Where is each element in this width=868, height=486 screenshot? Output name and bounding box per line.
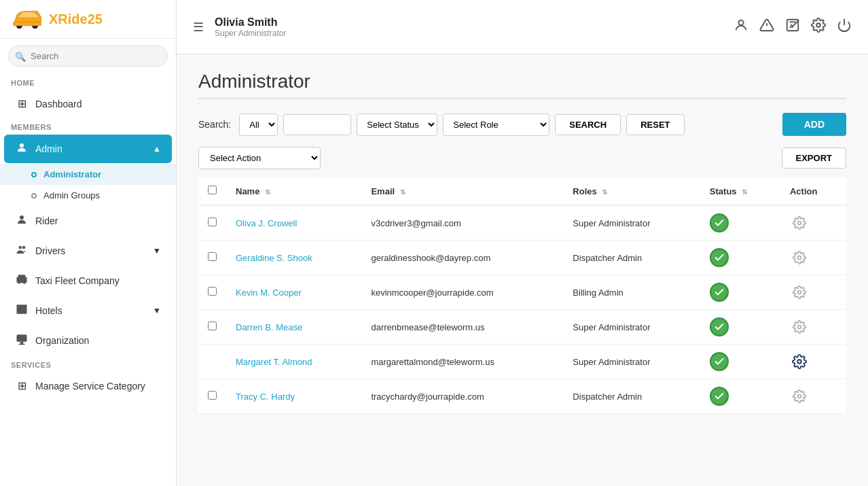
row-action xyxy=(780,241,846,275)
sidebar-search-input[interactable] xyxy=(8,46,168,67)
sidebar-item-hotels[interactable]: Hotels ▼ xyxy=(4,296,172,325)
col-name: Name ⇅ xyxy=(226,177,361,205)
sidebar-item-drivers[interactable]: Drivers ▼ xyxy=(4,237,172,265)
administrator-dot xyxy=(31,172,37,177)
row-status xyxy=(700,205,780,241)
sidebar-item-organization[interactable]: Organization xyxy=(4,326,172,355)
checklist-icon[interactable] xyxy=(785,18,800,36)
row-checkbox[interactable] xyxy=(208,252,217,261)
table-row: Darren B. Measedarrenbmease@teleworm.usS… xyxy=(198,310,846,345)
row-name: Geraldine S. Shook xyxy=(226,241,361,275)
sidebar-item-admin-groups[interactable]: Admin Groups xyxy=(0,185,176,206)
page-content: Administrator Search: All Select Status … xyxy=(177,54,868,486)
svg-point-7 xyxy=(22,246,26,249)
search-text-input[interactable] xyxy=(283,114,351,135)
sidebar-item-dashboard[interactable]: ⊞ Dashboard xyxy=(4,90,172,117)
name-sort-icon[interactable]: ⇅ xyxy=(265,188,270,196)
sidebar-item-manage-service[interactable]: ⊞ Manage Service Category xyxy=(4,372,172,399)
status-icon xyxy=(710,213,729,232)
row-checkbox[interactable] xyxy=(208,391,217,400)
rider-label: Rider xyxy=(35,215,58,226)
row-checkbox-cell xyxy=(198,275,226,310)
search-filter-bar: Search: All Select Status Active Inactiv… xyxy=(198,113,846,136)
export-button[interactable]: EXPORT xyxy=(782,147,846,169)
row-checkbox-cell xyxy=(198,345,226,379)
section-label-services: SERVICES xyxy=(0,355,176,372)
sidebar-admin-label: Admin xyxy=(35,143,62,154)
row-checkbox-cell xyxy=(198,205,226,241)
search-type-select[interactable]: All xyxy=(239,114,278,136)
status-icon xyxy=(710,317,729,336)
status-icon xyxy=(710,352,729,371)
row-checkbox-cell xyxy=(198,379,226,414)
user-profile-icon[interactable] xyxy=(734,18,748,36)
svg-point-4 xyxy=(20,143,24,147)
taxi-fleet-icon xyxy=(15,273,29,288)
topbar-actions xyxy=(734,18,852,36)
col-email: Email ⇅ xyxy=(361,177,563,205)
svg-point-6 xyxy=(19,246,22,249)
hotels-icon xyxy=(15,303,29,318)
search-button[interactable]: SEARCH xyxy=(555,114,621,135)
admin-name-link[interactable]: Kevin M. Cooper xyxy=(236,288,302,298)
sidebar-item-administrator[interactable]: Administrator xyxy=(0,164,176,185)
admin-name-link[interactable]: Oliva J. Crowell xyxy=(236,218,297,228)
svg-rect-15 xyxy=(21,307,22,308)
title-divider xyxy=(198,98,846,99)
row-email: v3cdriver3@gmail.com xyxy=(361,205,563,241)
status-icon xyxy=(710,283,729,302)
row-name: Margaret T. Almond xyxy=(226,345,361,379)
role-select[interactable]: Select Role Super Administrator Dispatch… xyxy=(443,114,549,136)
alert-icon[interactable] xyxy=(759,18,774,36)
select-all-checkbox[interactable] xyxy=(208,186,217,194)
admin-name-link[interactable]: Margaret T. Almond xyxy=(236,357,312,367)
gear-action-icon[interactable] xyxy=(790,283,809,302)
sidebar-item-rider[interactable]: Rider xyxy=(4,207,172,235)
main-content: ☰ Olivia Smith Super Administrator Admi xyxy=(177,0,868,486)
svg-rect-19 xyxy=(19,344,25,345)
admin-name-link[interactable]: Darren B. Mease xyxy=(236,322,302,332)
admin-arrow-icon: ▲ xyxy=(153,144,161,154)
page-title: Administrator xyxy=(198,71,846,92)
menu-icon[interactable]: ☰ xyxy=(193,20,204,35)
gear-action-icon[interactable] xyxy=(790,352,809,371)
row-action xyxy=(780,345,846,379)
status-sort-icon[interactable]: ⇅ xyxy=(742,188,747,196)
add-button[interactable]: ADD xyxy=(782,113,846,136)
svg-rect-13 xyxy=(20,309,22,314)
sidebar-item-admin[interactable]: Admin ▲ xyxy=(4,135,172,163)
dashboard-icon: ⊞ xyxy=(15,97,29,110)
reset-button[interactable]: RESET xyxy=(626,114,684,135)
organization-label: Organization xyxy=(35,335,89,346)
row-action xyxy=(780,205,846,241)
table-row: Kevin M. Cooperkevinmcooper@jourrapide.c… xyxy=(198,275,846,310)
row-status xyxy=(700,379,780,414)
power-icon[interactable] xyxy=(837,18,852,36)
row-status xyxy=(700,345,780,379)
search-label: Search: xyxy=(198,119,231,130)
admin-name-link[interactable]: Geraldine S. Shook xyxy=(236,253,312,263)
bulk-action-select[interactable]: Select Action Delete Activate Deactivate xyxy=(198,147,321,169)
roles-sort-icon[interactable]: ⇅ xyxy=(602,188,607,196)
sidebar-item-taxi-fleet[interactable]: Taxi Fleet Company xyxy=(4,266,172,295)
topbar-user: Olivia Smith Super Administrator xyxy=(215,16,734,38)
svg-point-10 xyxy=(18,282,20,284)
gear-action-icon[interactable] xyxy=(790,317,809,336)
row-status xyxy=(700,310,780,345)
row-checkbox[interactable] xyxy=(208,218,217,226)
table-row: Geraldine S. Shookgeraldinesshook@dayrep… xyxy=(198,241,846,275)
section-label-members: MEMBERS xyxy=(0,118,176,134)
gear-action-icon[interactable] xyxy=(790,213,809,232)
settings-icon[interactable] xyxy=(811,18,826,36)
admin-name-link[interactable]: Tracy C. Hardy xyxy=(236,392,295,402)
gear-action-icon[interactable] xyxy=(790,387,809,406)
email-sort-icon[interactable]: ⇅ xyxy=(400,188,405,196)
row-checkbox[interactable] xyxy=(208,287,217,296)
drivers-label: Drivers xyxy=(35,245,65,256)
svg-rect-9 xyxy=(18,275,26,278)
gear-action-icon[interactable] xyxy=(790,248,809,267)
row-checkbox[interactable] xyxy=(208,322,217,330)
row-email: kevinmcooper@jourrapide.com xyxy=(361,275,563,310)
status-select[interactable]: Select Status Active Inactive xyxy=(357,114,437,136)
svg-point-11 xyxy=(23,282,25,284)
